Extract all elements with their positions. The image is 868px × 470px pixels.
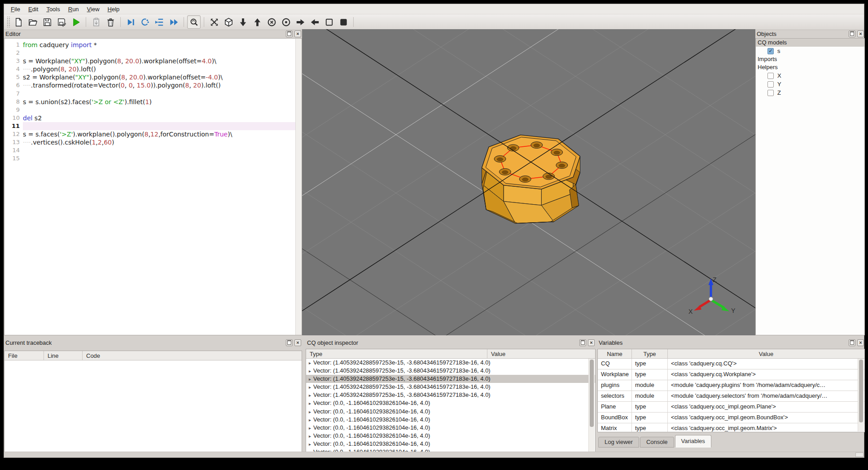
inspector-row[interactable]: ▸Vector: (0.0, -1.1604610293826104e-16, … xyxy=(306,432,595,440)
code-line[interactable]: 15 xyxy=(4,154,302,163)
expand-arrow-icon[interactable]: ▸ xyxy=(309,409,313,414)
traceback-col-code[interactable]: Code xyxy=(83,351,302,360)
expand-arrow-icon[interactable]: ▸ xyxy=(309,369,313,373)
expand-arrow-icon[interactable]: ▸ xyxy=(309,377,313,382)
expand-arrow-icon[interactable]: ▸ xyxy=(309,401,313,406)
code-editor[interactable]: 1from cadquery import *23s = Workplane("… xyxy=(4,39,302,335)
close-panel-icon[interactable]: × xyxy=(857,339,864,346)
editor-scrollbar[interactable] xyxy=(295,39,302,335)
inspector-table[interactable]: TypeValue ▸Vector: (1.4053924288597253e-… xyxy=(306,349,596,453)
code-line[interactable]: 7 xyxy=(4,90,302,98)
float-panel-icon[interactable] xyxy=(286,339,293,346)
new-file-icon[interactable] xyxy=(12,15,25,29)
variable-row[interactable]: selectorsmodule<module 'cadquery.selecto… xyxy=(598,391,864,402)
code-line[interactable]: 11 xyxy=(4,122,302,130)
inspector-row[interactable]: ▸Vector: (1.4053924288597253e-15, -3.680… xyxy=(306,359,595,367)
editor-body[interactable]: 1from cadquery import *23s = Workplane("… xyxy=(4,38,302,335)
code-line[interactable]: 5s2 = Workplane("XY").polygon(8, 20.0).w… xyxy=(4,73,302,81)
variable-row[interactable]: BoundBoxtype<class 'cadquery.occ_impl.ge… xyxy=(598,413,864,423)
traceback-col-line[interactable]: Line xyxy=(44,351,83,360)
close-panel-icon[interactable]: × xyxy=(294,339,301,346)
code-line[interactable]: 1from cadquery import * xyxy=(4,41,302,49)
view-right-icon[interactable] xyxy=(294,15,307,29)
menu-view[interactable]: View xyxy=(83,5,104,13)
tree-item-y[interactable]: Y xyxy=(756,80,864,88)
tree-section-imports[interactable]: Imports xyxy=(756,55,864,63)
inspector-row[interactable]: ▸Vector: (1.4053924288597253e-15, -3.680… xyxy=(306,367,595,375)
tree-item-x[interactable]: X xyxy=(756,71,864,80)
code-line[interactable]: 3s = Workplane("XY").polygon(8, 20.0).wo… xyxy=(4,57,302,65)
float-panel-icon[interactable] xyxy=(849,31,855,37)
tab-console[interactable]: Console xyxy=(640,437,674,448)
open-icon[interactable] xyxy=(26,15,39,29)
inspector-row[interactable]: ▸Vector: (0.0, -1.1604610293826104e-16, … xyxy=(306,399,595,407)
unchecked-checkbox-icon[interactable] xyxy=(767,90,774,96)
inspector-row[interactable]: ▸Vector: (0.0, -1.1604610293826104e-16, … xyxy=(306,424,595,432)
variables-col-name[interactable]: Name xyxy=(598,349,632,358)
code-line[interactable]: 14 xyxy=(4,146,302,154)
code-line[interactable]: 8s = s.union(s2).faces('>Z or <Z').fille… xyxy=(4,98,302,106)
expand-arrow-icon[interactable]: ▸ xyxy=(309,442,313,447)
variables-col-type[interactable]: Type xyxy=(632,349,668,358)
tab-variables[interactable]: Variables xyxy=(675,435,711,448)
inspector-row[interactable]: ▸Vector: (0.0, -1.1604610293826104e-16, … xyxy=(306,440,595,448)
variable-row[interactable]: Workplanetype<class 'cadquery.cq.Workpla… xyxy=(598,369,864,380)
size-grip[interactable] xyxy=(855,452,864,457)
viewport-canvas[interactable]: Z X Y xyxy=(302,29,755,335)
variables-scrollbar[interactable] xyxy=(858,359,864,431)
expand-arrow-icon[interactable]: ▸ xyxy=(309,360,313,365)
code-line[interactable]: 4····.polygon(8, 20).loft() xyxy=(4,65,302,73)
float-panel-icon[interactable] xyxy=(849,339,855,346)
variables-col-value[interactable]: Value xyxy=(668,349,864,358)
menu-edit[interactable]: Edit xyxy=(24,5,42,13)
unchecked-checkbox-icon[interactable] xyxy=(767,81,774,88)
view-front-icon[interactable] xyxy=(279,15,293,29)
view-back-icon[interactable] xyxy=(265,15,278,29)
tab-log-viewer[interactable]: Log viewer xyxy=(598,437,639,448)
fit-view-icon[interactable] xyxy=(207,15,221,29)
code-line[interactable]: 13····.vertices().cskHole(1,2,60) xyxy=(4,138,302,146)
run-icon[interactable] xyxy=(69,15,83,29)
inspector-row[interactable]: ▸Vector: (1.4053924288597253e-15, -3.680… xyxy=(306,375,595,383)
code-line[interactable]: 2 xyxy=(4,49,302,57)
checked-checkbox-icon[interactable]: ✓ xyxy=(767,48,774,54)
expand-arrow-icon[interactable]: ▸ xyxy=(309,434,313,439)
expand-arrow-icon[interactable]: ▸ xyxy=(309,417,313,422)
3d-viewport[interactable]: Z X Y xyxy=(302,29,755,335)
paste-icon[interactable] xyxy=(89,15,103,29)
debug-stepout-icon[interactable] xyxy=(153,15,166,29)
code-line[interactable]: 9 xyxy=(4,106,302,114)
inspector-row[interactable]: ▸Vector: (1.4053924288597253e-15, -3.680… xyxy=(306,391,595,399)
close-panel-icon[interactable]: × xyxy=(857,31,864,37)
wireframe-icon[interactable] xyxy=(322,15,336,29)
view-top-icon[interactable] xyxy=(250,15,264,29)
traceback-col-file[interactable]: File xyxy=(4,351,44,360)
expand-arrow-icon[interactable]: ▸ xyxy=(309,393,313,398)
tree-item-z[interactable]: Z xyxy=(756,88,864,97)
expand-arrow-icon[interactable]: ▸ xyxy=(309,385,313,390)
inspector-row[interactable]: ▸Vector: (0.0, -1.1604610293826104e-16, … xyxy=(306,416,595,424)
variable-row[interactable]: CQtype<class 'cadquery.cq.CQ'> xyxy=(598,359,864,369)
save-as-icon[interactable] xyxy=(55,15,68,29)
menu-help[interactable]: Help xyxy=(104,5,124,13)
expand-arrow-icon[interactable]: ▸ xyxy=(309,426,313,430)
inspector-col-type[interactable]: Type xyxy=(306,349,487,358)
tree-section-cq-models[interactable]: CQ models xyxy=(756,39,864,47)
cad-model[interactable] xyxy=(482,135,580,224)
debug-continue-icon[interactable] xyxy=(167,15,180,29)
debug-next-icon[interactable] xyxy=(138,15,152,29)
menu-tools[interactable]: Tools xyxy=(42,5,64,13)
tree-item-s[interactable]: ✓s xyxy=(756,47,864,55)
variables-table[interactable]: NameTypeValue CQtype<class 'cadquery.cq.… xyxy=(597,349,865,432)
shaded-icon[interactable] xyxy=(337,15,350,29)
variable-row[interactable]: Planetype<class 'cadquery.occ_impl.geom.… xyxy=(598,402,864,413)
float-panel-icon[interactable] xyxy=(579,339,586,346)
preview-icon[interactable] xyxy=(187,15,201,29)
view-bottom-icon[interactable] xyxy=(236,15,250,29)
inspector-scrollbar[interactable] xyxy=(588,359,595,452)
menu-file[interactable]: File xyxy=(7,5,24,13)
objects-tree[interactable]: CQ models✓sImportsHelpersXYZ xyxy=(755,38,865,335)
code-line[interactable]: 10del s2 xyxy=(4,114,302,122)
save-icon[interactable] xyxy=(40,15,54,29)
variable-row[interactable]: Matrixtype<class 'cadquery.occ_impl.geom… xyxy=(598,423,864,432)
